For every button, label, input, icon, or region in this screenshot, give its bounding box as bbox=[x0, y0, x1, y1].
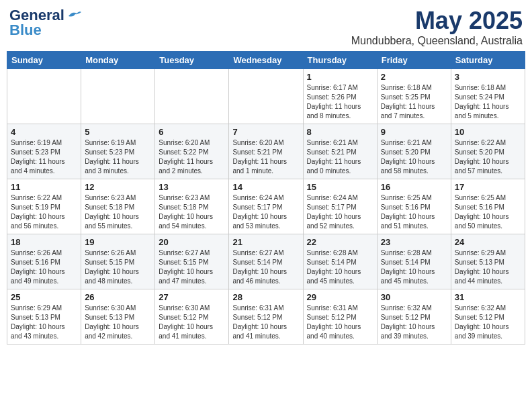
weekday-header-row: SundayMondayTuesdayWednesdayThursdayFrid… bbox=[7, 52, 525, 69]
day-number: 16 bbox=[381, 182, 447, 192]
week-row-2: 4Sunrise: 6:19 AM Sunset: 5:23 PM Daylig… bbox=[7, 124, 525, 179]
day-number: 8 bbox=[307, 127, 373, 137]
day-info: Sunrise: 6:31 AM Sunset: 5:12 PM Dayligh… bbox=[307, 304, 373, 341]
day-info: Sunrise: 6:22 AM Sunset: 5:20 PM Dayligh… bbox=[455, 138, 521, 176]
day-number: 5 bbox=[85, 127, 151, 137]
day-cell: 1Sunrise: 6:17 AM Sunset: 5:26 PM Daylig… bbox=[303, 69, 377, 124]
day-cell: 29Sunrise: 6:31 AM Sunset: 5:12 PM Dayli… bbox=[303, 289, 377, 345]
day-number: 10 bbox=[455, 127, 521, 137]
day-number: 4 bbox=[11, 127, 77, 137]
day-cell: 4Sunrise: 6:19 AM Sunset: 5:23 PM Daylig… bbox=[7, 124, 81, 179]
day-number: 24 bbox=[455, 237, 521, 247]
month-title: May 2025 bbox=[351, 7, 523, 35]
day-number: 13 bbox=[159, 182, 225, 192]
day-cell: 11Sunrise: 6:22 AM Sunset: 5:19 PM Dayli… bbox=[7, 179, 81, 234]
calendar-table: SundayMondayTuesdayWednesdayThursdayFrid… bbox=[7, 51, 525, 345]
day-cell: 10Sunrise: 6:22 AM Sunset: 5:20 PM Dayli… bbox=[451, 124, 525, 179]
day-number: 15 bbox=[307, 182, 373, 192]
location-title: Mundubbera, Queensland, Australia bbox=[351, 35, 523, 47]
week-row-1: 1Sunrise: 6:17 AM Sunset: 5:26 PM Daylig… bbox=[7, 69, 525, 124]
day-info: Sunrise: 6:18 AM Sunset: 5:25 PM Dayligh… bbox=[381, 83, 447, 121]
day-cell: 21Sunrise: 6:27 AM Sunset: 5:14 PM Dayli… bbox=[229, 234, 303, 289]
day-number: 25 bbox=[11, 292, 77, 302]
day-cell: 5Sunrise: 6:19 AM Sunset: 5:23 PM Daylig… bbox=[81, 124, 155, 179]
day-cell: 6Sunrise: 6:20 AM Sunset: 5:22 PM Daylig… bbox=[155, 124, 229, 179]
day-number: 26 bbox=[85, 292, 151, 302]
day-number: 29 bbox=[307, 292, 373, 302]
day-cell: 28Sunrise: 6:31 AM Sunset: 5:12 PM Dayli… bbox=[229, 289, 303, 345]
logo: General Blue bbox=[9, 7, 82, 39]
day-info: Sunrise: 6:24 AM Sunset: 5:17 PM Dayligh… bbox=[307, 193, 373, 231]
day-number: 19 bbox=[85, 237, 151, 247]
day-info: Sunrise: 6:30 AM Sunset: 5:13 PM Dayligh… bbox=[85, 304, 151, 341]
day-cell: 14Sunrise: 6:24 AM Sunset: 5:17 PM Dayli… bbox=[229, 179, 303, 234]
logo-bird-icon bbox=[67, 9, 82, 21]
day-info: Sunrise: 6:27 AM Sunset: 5:15 PM Dayligh… bbox=[159, 248, 225, 286]
day-number: 20 bbox=[159, 237, 225, 247]
day-info: Sunrise: 6:19 AM Sunset: 5:23 PM Dayligh… bbox=[11, 138, 77, 176]
day-number: 21 bbox=[232, 237, 299, 247]
day-cell: 12Sunrise: 6:23 AM Sunset: 5:18 PM Dayli… bbox=[81, 179, 155, 234]
header: General Blue May 2025 Mundubbera, Queens… bbox=[7, 7, 525, 47]
day-info: Sunrise: 6:20 AM Sunset: 5:22 PM Dayligh… bbox=[159, 138, 225, 176]
day-info: Sunrise: 6:31 AM Sunset: 5:12 PM Dayligh… bbox=[232, 304, 299, 341]
day-cell: 22Sunrise: 6:28 AM Sunset: 5:14 PM Dayli… bbox=[303, 234, 377, 289]
day-info: Sunrise: 6:26 AM Sunset: 5:16 PM Dayligh… bbox=[11, 248, 77, 286]
day-number: 14 bbox=[232, 182, 299, 192]
day-info: Sunrise: 6:23 AM Sunset: 5:18 PM Dayligh… bbox=[159, 193, 225, 231]
day-number: 2 bbox=[381, 72, 447, 82]
day-cell: 13Sunrise: 6:23 AM Sunset: 5:18 PM Dayli… bbox=[155, 179, 229, 234]
day-number: 27 bbox=[159, 292, 225, 302]
day-cell: 9Sunrise: 6:21 AM Sunset: 5:20 PM Daylig… bbox=[377, 124, 451, 179]
day-info: Sunrise: 6:22 AM Sunset: 5:19 PM Dayligh… bbox=[11, 193, 77, 231]
day-number: 7 bbox=[232, 127, 299, 137]
logo-blue: Blue bbox=[9, 21, 42, 39]
day-number: 30 bbox=[381, 292, 447, 302]
day-cell: 16Sunrise: 6:25 AM Sunset: 5:16 PM Dayli… bbox=[377, 179, 451, 234]
day-cell: 8Sunrise: 6:21 AM Sunset: 5:21 PM Daylig… bbox=[303, 124, 377, 179]
day-info: Sunrise: 6:20 AM Sunset: 5:21 PM Dayligh… bbox=[232, 138, 299, 176]
day-info: Sunrise: 6:29 AM Sunset: 5:13 PM Dayligh… bbox=[11, 304, 77, 341]
day-cell bbox=[81, 69, 155, 124]
weekday-header-saturday: Saturday bbox=[451, 52, 525, 69]
day-cell: 30Sunrise: 6:32 AM Sunset: 5:12 PM Dayli… bbox=[377, 289, 451, 345]
day-cell: 27Sunrise: 6:30 AM Sunset: 5:12 PM Dayli… bbox=[155, 289, 229, 345]
day-info: Sunrise: 6:21 AM Sunset: 5:21 PM Dayligh… bbox=[307, 138, 373, 176]
day-info: Sunrise: 6:27 AM Sunset: 5:14 PM Dayligh… bbox=[232, 248, 299, 286]
day-info: Sunrise: 6:29 AM Sunset: 5:13 PM Dayligh… bbox=[455, 248, 521, 286]
day-number: 11 bbox=[11, 182, 77, 192]
weekday-header-wednesday: Wednesday bbox=[229, 52, 303, 69]
day-info: Sunrise: 6:28 AM Sunset: 5:14 PM Dayligh… bbox=[381, 248, 447, 286]
title-area: May 2025 Mundubbera, Queensland, Austral… bbox=[351, 7, 523, 47]
day-cell: 15Sunrise: 6:24 AM Sunset: 5:17 PM Dayli… bbox=[303, 179, 377, 234]
day-info: Sunrise: 6:21 AM Sunset: 5:20 PM Dayligh… bbox=[381, 138, 447, 176]
day-info: Sunrise: 6:19 AM Sunset: 5:23 PM Dayligh… bbox=[85, 138, 151, 176]
day-cell: 26Sunrise: 6:30 AM Sunset: 5:13 PM Dayli… bbox=[81, 289, 155, 345]
day-info: Sunrise: 6:25 AM Sunset: 5:16 PM Dayligh… bbox=[381, 193, 447, 231]
weekday-header-tuesday: Tuesday bbox=[155, 52, 229, 69]
day-info: Sunrise: 6:23 AM Sunset: 5:18 PM Dayligh… bbox=[85, 193, 151, 231]
day-number: 3 bbox=[455, 72, 521, 82]
day-info: Sunrise: 6:24 AM Sunset: 5:17 PM Dayligh… bbox=[232, 193, 299, 231]
day-number: 17 bbox=[455, 182, 521, 192]
day-cell: 25Sunrise: 6:29 AM Sunset: 5:13 PM Dayli… bbox=[7, 289, 81, 345]
day-number: 22 bbox=[307, 237, 373, 247]
week-row-4: 18Sunrise: 6:26 AM Sunset: 5:16 PM Dayli… bbox=[7, 234, 525, 289]
day-info: Sunrise: 6:17 AM Sunset: 5:26 PM Dayligh… bbox=[307, 83, 373, 121]
day-cell: 7Sunrise: 6:20 AM Sunset: 5:21 PM Daylig… bbox=[229, 124, 303, 179]
day-info: Sunrise: 6:32 AM Sunset: 5:12 PM Dayligh… bbox=[381, 304, 447, 341]
weekday-header-friday: Friday bbox=[377, 52, 451, 69]
day-cell: 23Sunrise: 6:28 AM Sunset: 5:14 PM Dayli… bbox=[377, 234, 451, 289]
day-number: 28 bbox=[232, 292, 299, 302]
day-number: 1 bbox=[307, 72, 373, 82]
day-info: Sunrise: 6:26 AM Sunset: 5:15 PM Dayligh… bbox=[85, 248, 151, 286]
week-row-3: 11Sunrise: 6:22 AM Sunset: 5:19 PM Dayli… bbox=[7, 179, 525, 234]
day-info: Sunrise: 6:18 AM Sunset: 5:24 PM Dayligh… bbox=[455, 83, 521, 121]
day-number: 9 bbox=[381, 127, 447, 137]
day-number: 31 bbox=[455, 292, 521, 302]
day-cell: 3Sunrise: 6:18 AM Sunset: 5:24 PM Daylig… bbox=[451, 69, 525, 124]
day-cell: 18Sunrise: 6:26 AM Sunset: 5:16 PM Dayli… bbox=[7, 234, 81, 289]
day-cell: 20Sunrise: 6:27 AM Sunset: 5:15 PM Dayli… bbox=[155, 234, 229, 289]
day-cell bbox=[155, 69, 229, 124]
week-row-5: 25Sunrise: 6:29 AM Sunset: 5:13 PM Dayli… bbox=[7, 289, 525, 345]
